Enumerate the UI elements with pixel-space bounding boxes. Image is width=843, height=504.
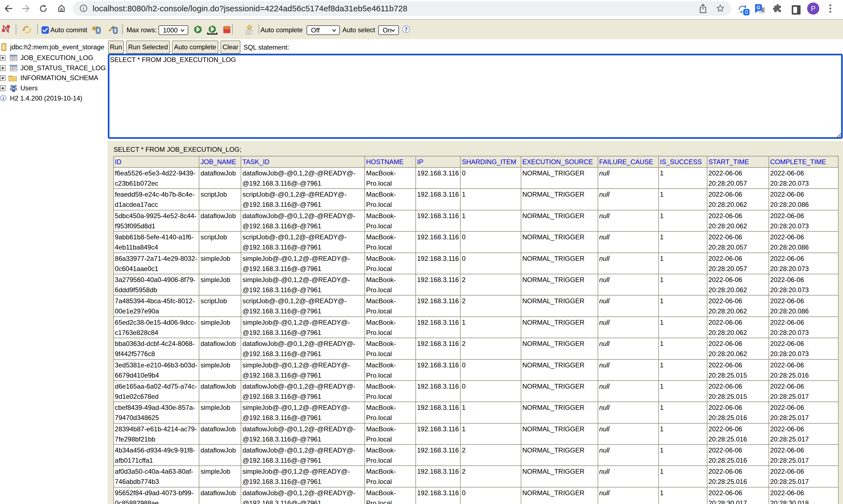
svg-text:G: G bbox=[757, 5, 760, 10]
svg-text:i: i bbox=[3, 96, 4, 101]
svg-text:?: ? bbox=[405, 26, 408, 33]
svg-text:0: 0 bbox=[745, 9, 748, 15]
